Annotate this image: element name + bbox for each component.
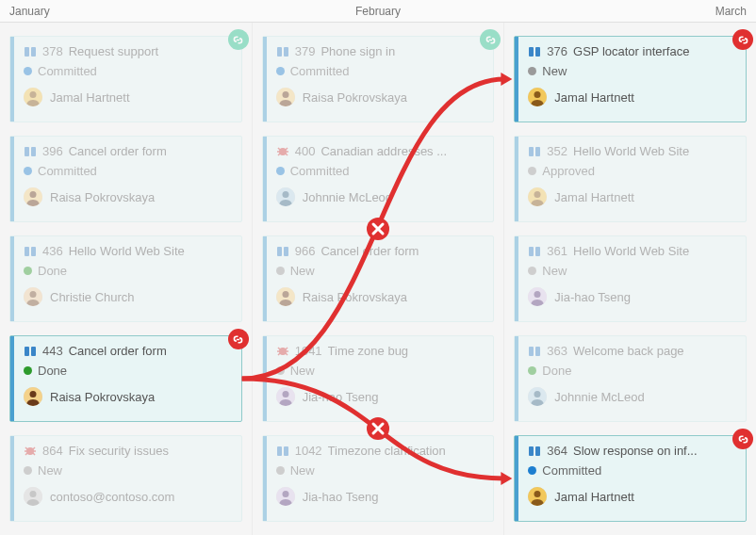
work-item-state: New: [290, 364, 315, 378]
state-dot-icon: [528, 366, 536, 375]
link-badge-icon[interactable]: [228, 329, 249, 349]
work-item-assignee: Jamal Hartnett: [554, 190, 634, 204]
work-item-card[interactable]: 379Phone sign inCommittedRaisa Pokrovska…: [262, 36, 495, 122]
timeline-header: January February March: [0, 0, 756, 23]
work-item-assignee: Raisa Pokrovskaya: [50, 190, 155, 204]
svg-line-20: [33, 447, 35, 449]
work-item-card[interactable]: 378Request supportCommittedJamal Hartnet…: [9, 36, 242, 122]
svg-point-66: [534, 291, 541, 298]
work-item-assignee: Jamal Hartnett: [554, 90, 634, 105]
work-item-card[interactable]: 363Welcome back pageDoneJohnnie McLeod: [514, 335, 747, 422]
work-item-assignee: Jia-hao Tseng: [554, 290, 631, 304]
work-item-id: 396: [42, 144, 63, 158]
state-dot-icon: [24, 366, 32, 375]
work-item-card[interactable]: 966Cancel order formNewRaisa Pokrovskaya: [262, 235, 495, 322]
work-item-assignee: Raisa Pokrovskaya: [303, 90, 407, 105]
avatar: [24, 88, 42, 106]
work-item-assignee: Johnnie McLeod: [303, 190, 392, 204]
svg-point-62: [534, 191, 541, 198]
work-item-state: Committed: [290, 64, 350, 78]
avatar: [24, 187, 42, 206]
avatar: [528, 487, 547, 506]
feature-icon: [528, 46, 541, 57]
svg-point-54: [282, 491, 288, 497]
svg-line-46: [286, 348, 288, 349]
state-dot-icon: [276, 267, 285, 275]
svg-line-48: [286, 353, 288, 355]
work-item-state: Committed: [542, 463, 601, 478]
work-item-title: Hello World Web Site: [573, 244, 689, 258]
work-item-card[interactable]: 1041Time zone bugNewJia-hao Tseng: [262, 335, 495, 422]
work-item-title: Welcome back page: [573, 344, 684, 358]
board-column: 379Phone sign inCommittedRaisa Pokrovska…: [252, 23, 504, 535]
work-item-state: New: [38, 463, 62, 478]
link-badge-icon[interactable]: [480, 29, 501, 50]
svg-point-58: [534, 91, 541, 98]
work-item-title: Cancel order form: [69, 144, 167, 158]
state-dot-icon: [528, 167, 536, 175]
link-badge-icon[interactable]: [228, 29, 249, 50]
work-item-card[interactable]: 864Fix security issuesNewcontoso@contoso…: [9, 435, 242, 522]
svg-line-32: [278, 148, 280, 150]
work-item-id: 364: [547, 444, 567, 458]
work-item-card[interactable]: 364Slow response on inf...CommittedJamal…: [514, 435, 747, 522]
avatar: [276, 387, 295, 406]
work-item-title: Time zone bug: [328, 344, 409, 358]
work-item-title: Request support: [69, 44, 158, 58]
feature-icon: [528, 446, 541, 457]
feature-icon: [276, 446, 289, 457]
work-item-state: Done: [38, 364, 67, 378]
work-item-card[interactable]: 436Hello World Web SiteDoneChristie Chur…: [9, 235, 242, 322]
work-item-card[interactable]: 443Cancel order formDoneRaisa Pokrovskay…: [9, 335, 242, 422]
svg-rect-72: [535, 446, 540, 456]
feature-icon: [528, 346, 541, 357]
work-item-card[interactable]: 1042Timezone clarificationNewJia-hao Tse…: [262, 435, 495, 522]
work-item-assignee: Jamal Hartnett: [50, 90, 130, 105]
work-item-id: 352: [547, 144, 567, 158]
svg-rect-25: [277, 47, 282, 57]
state-dot-icon: [24, 167, 32, 175]
svg-point-24: [30, 491, 37, 497]
work-item-id: 443: [42, 344, 63, 358]
work-item-id: 376: [547, 44, 567, 58]
svg-rect-9: [31, 247, 36, 256]
work-item-assignee: Jia-hao Tseng: [303, 490, 379, 504]
feature-icon: [528, 246, 541, 257]
svg-rect-4: [25, 147, 29, 156]
svg-rect-1: [31, 47, 36, 57]
work-item-card[interactable]: 376GSP locator interfaceNewJamal Hartnet…: [514, 36, 747, 122]
avatar: [24, 387, 42, 406]
link-badge-icon[interactable]: [732, 29, 753, 50]
svg-line-45: [278, 348, 280, 349]
work-item-card[interactable]: 361Hello World Web SiteNewJia-hao Tseng: [514, 235, 747, 322]
svg-line-22: [33, 453, 35, 455]
work-item-state: New: [290, 463, 315, 478]
feature-icon: [276, 46, 289, 57]
avatar: [24, 287, 42, 306]
work-item-title: Canadian addresses ...: [320, 144, 447, 158]
work-item-assignee: Johnnie McLeod: [554, 390, 644, 404]
work-item-card[interactable]: 352Hello World Web SiteApprovedJamal Har…: [514, 136, 747, 222]
work-item-card[interactable]: 400Canadian addresses ...CommittedJohnni…: [262, 136, 495, 222]
work-item-assignee: Jia-hao Tseng: [303, 390, 379, 404]
svg-line-47: [278, 353, 280, 355]
month-label: January: [0, 0, 255, 22]
svg-point-7: [30, 191, 37, 198]
work-item-id: 361: [547, 244, 567, 258]
svg-rect-13: [31, 347, 36, 356]
state-dot-icon: [24, 267, 32, 275]
work-item-card[interactable]: 396Cancel order formCommittedRaisa Pokro…: [9, 136, 242, 222]
work-item-id: 966: [295, 244, 316, 258]
feature-icon: [24, 146, 37, 157]
svg-point-41: [282, 291, 288, 298]
avatar: [276, 187, 295, 206]
work-item-title: GSP locator interface: [573, 44, 689, 58]
svg-rect-52: [284, 446, 288, 456]
work-item-assignee: Jamal Hartnett: [554, 490, 634, 504]
work-item-state: Committed: [290, 164, 350, 178]
work-item-title: Hello World Web Site: [573, 144, 689, 158]
svg-line-33: [286, 148, 288, 150]
link-badge-icon[interactable]: [732, 429, 753, 449]
avatar: [528, 387, 547, 406]
svg-point-70: [534, 391, 541, 397]
